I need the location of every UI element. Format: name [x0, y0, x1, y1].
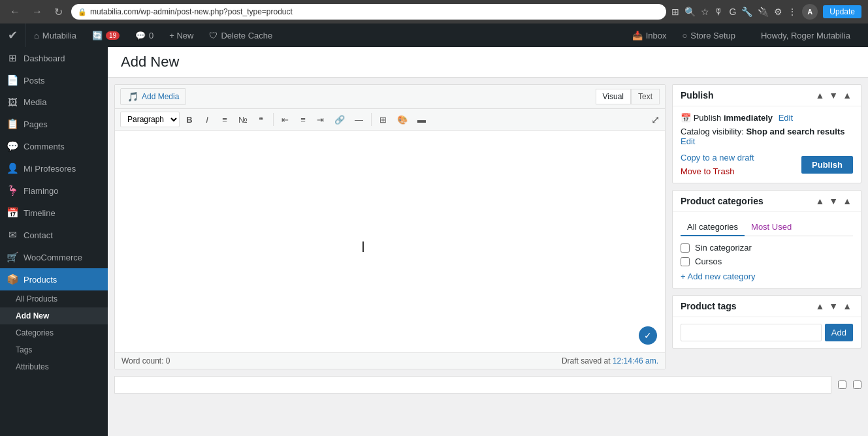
sidebar-item-contact[interactable]: ✉ Contact: [0, 224, 108, 246]
tags-collapse-down[interactable]: ▼: [828, 301, 839, 311]
ext1-icon[interactable]: 🔧: [741, 7, 752, 17]
editor-body[interactable]: ✓: [115, 131, 665, 352]
admin-bar-cache[interactable]: 🛡 Delete Cache: [201, 23, 280, 47]
publish-immediately: immediately: [724, 113, 773, 123]
update-button[interactable]: Update: [823, 5, 861, 18]
wp-logo[interactable]: ✔: [0, 23, 26, 47]
ext3-icon[interactable]: ⚙: [774, 7, 782, 17]
sidebar-item-dashboard[interactable]: ⊞ Dashboard: [0, 47, 108, 69]
bottom-input-1[interactable]: [114, 376, 831, 394]
publish-panel-controls: ▲ ▼ ▲: [814, 90, 853, 101]
sidebar-item-products[interactable]: 📦 Products: [0, 268, 108, 290]
italic-button[interactable]: I: [199, 112, 215, 127]
copy-draft-link[interactable]: Copy to a new draft: [681, 153, 754, 163]
add-category-link[interactable]: + Add new category: [681, 272, 853, 281]
category-checkbox-sin-categorizar[interactable]: [681, 243, 690, 253]
site-name: Mutabilia: [42, 31, 76, 40]
publish-button[interactable]: Publish: [801, 156, 853, 174]
sidebar-label-flamingo: Flamingo: [24, 186, 58, 196]
woo-icon: 🛒: [7, 251, 18, 263]
publish-edit-link[interactable]: Edit: [779, 113, 793, 123]
unordered-list-button[interactable]: ≡: [217, 112, 233, 127]
add-tag-button[interactable]: Add: [825, 324, 853, 341]
align-right-button[interactable]: ⇥: [313, 112, 329, 127]
sidebar-label-posts: Posts: [24, 76, 45, 86]
add-media-icon: 🎵: [127, 91, 138, 102]
publish-collapse-up[interactable]: ▲: [814, 90, 826, 101]
reload-button[interactable]: ↻: [51, 5, 66, 20]
tags-collapse-up[interactable]: ▲: [814, 301, 826, 311]
most-used-tab[interactable]: Most Used: [745, 219, 798, 236]
admin-bar-site[interactable]: ⌂ Mutabilia: [26, 23, 84, 47]
search-icon[interactable]: 🔍: [684, 7, 696, 17]
text-cursor: [362, 241, 364, 252]
address-bar[interactable]: 🔒 mutabilia.com/wp-admin/post-new.php?po…: [71, 4, 666, 20]
sidebar-item-media[interactable]: 🖼 Media: [0, 91, 108, 113]
category-checkbox-cursos[interactable]: [681, 257, 690, 266]
sidebar-item-comments[interactable]: 💬 Comments: [0, 135, 108, 157]
home-icon: ⌂: [34, 31, 39, 40]
sidebar-item-woocommerce[interactable]: 🛒 WooCommerce: [0, 246, 108, 268]
menu-icon[interactable]: ⋮: [788, 7, 797, 17]
expand-button[interactable]: ⤢: [651, 114, 660, 126]
extensions-icon[interactable]: ⊞: [671, 7, 679, 17]
bottom-row: [108, 376, 868, 400]
color-button[interactable]: 🎨: [393, 112, 411, 127]
bottom-check-1: [838, 376, 846, 394]
sidebar-item-posts[interactable]: 📄 Posts: [0, 69, 108, 91]
blockquote-button[interactable]: ❝: [253, 112, 269, 127]
sidebar-item-add-new[interactable]: Add New: [0, 307, 108, 324]
categories-collapse-up[interactable]: ▲: [814, 196, 826, 206]
table-button[interactable]: ⊞: [376, 112, 391, 127]
sidebar-item-pages[interactable]: 📋 Pages: [0, 113, 108, 135]
tags-input[interactable]: [681, 324, 822, 341]
inbox-item[interactable]: 📥 Inbox: [624, 23, 675, 47]
bottom-checkbox-2[interactable]: [853, 381, 861, 389]
media-button[interactable]: ▬: [413, 112, 430, 127]
sidebar-item-categories[interactable]: Categories: [0, 324, 108, 341]
bold-button[interactable]: B: [182, 112, 197, 127]
cache-icon: 🛡: [209, 31, 217, 40]
star-icon[interactable]: ☆: [701, 7, 709, 17]
visual-tab[interactable]: Visual: [596, 89, 631, 104]
bottom-checkbox-1[interactable]: [838, 381, 846, 389]
text-tab[interactable]: Text: [631, 89, 660, 104]
avatar[interactable]: A: [802, 4, 818, 20]
link-button[interactable]: 🔗: [330, 112, 349, 127]
publish-toggle[interactable]: ▲: [841, 90, 853, 101]
align-left-button[interactable]: ⇤: [278, 112, 293, 127]
publish-collapse-down[interactable]: ▼: [828, 90, 839, 101]
catalog-edit-link[interactable]: Edit: [681, 136, 695, 146]
tags-toggle[interactable]: ▲: [841, 301, 853, 311]
categories-collapse-down[interactable]: ▼: [828, 196, 839, 206]
add-media-button[interactable]: 🎵 Add Media: [120, 88, 186, 105]
mic-icon[interactable]: 🎙: [715, 7, 724, 17]
categories-panel-controls: ▲ ▼ ▲: [814, 196, 853, 206]
move-trash-link[interactable]: Move to Trash: [681, 166, 734, 176]
sidebar-item-attributes[interactable]: Attributes: [0, 358, 108, 375]
paragraph-select[interactable]: Paragraph: [120, 112, 180, 127]
sidebar-item-timeline[interactable]: 📅 Timeline: [0, 202, 108, 224]
grammarly-icon[interactable]: G: [729, 7, 736, 17]
align-center-button[interactable]: ≡: [295, 112, 311, 127]
ordered-list-button[interactable]: №: [234, 112, 251, 127]
back-button[interactable]: ←: [7, 5, 24, 19]
admin-bar-updates[interactable]: 🔄 19: [84, 23, 127, 47]
ext2-icon[interactable]: 🔌: [758, 7, 769, 17]
all-categories-tab[interactable]: All categories: [681, 219, 745, 236]
sidebar-item-flamingo[interactable]: 🦩 Flamingo: [0, 179, 108, 202]
howdy-item[interactable]: Howdy, Roger Mutabilia: [743, 23, 868, 47]
draft-time-link[interactable]: 12:14:46 am.: [613, 356, 658, 366]
timeline-icon: 📅: [7, 207, 18, 219]
admin-bar-new[interactable]: + New: [161, 23, 201, 47]
browser-right-icons: ⊞ 🔍 ☆ 🎙 G 🔧 🔌 ⚙ ⋮ A Update: [671, 4, 861, 20]
more-button[interactable]: —: [351, 112, 367, 127]
sidebar-item-mi-profesores[interactable]: 👤 Mi Profesores: [0, 157, 108, 179]
sidebar-item-all-products[interactable]: All Products: [0, 290, 108, 307]
categories-toggle[interactable]: ▲: [841, 196, 853, 206]
sidebar-item-tags[interactable]: Tags: [0, 341, 108, 358]
admin-bar-comments[interactable]: 💬 0: [127, 23, 161, 47]
forward-button[interactable]: →: [29, 5, 46, 19]
store-setup-item[interactable]: ○ Store Setup: [674, 23, 743, 47]
publish-panel: Publish ▲ ▼ ▲ 📅 Publish: [672, 84, 861, 183]
